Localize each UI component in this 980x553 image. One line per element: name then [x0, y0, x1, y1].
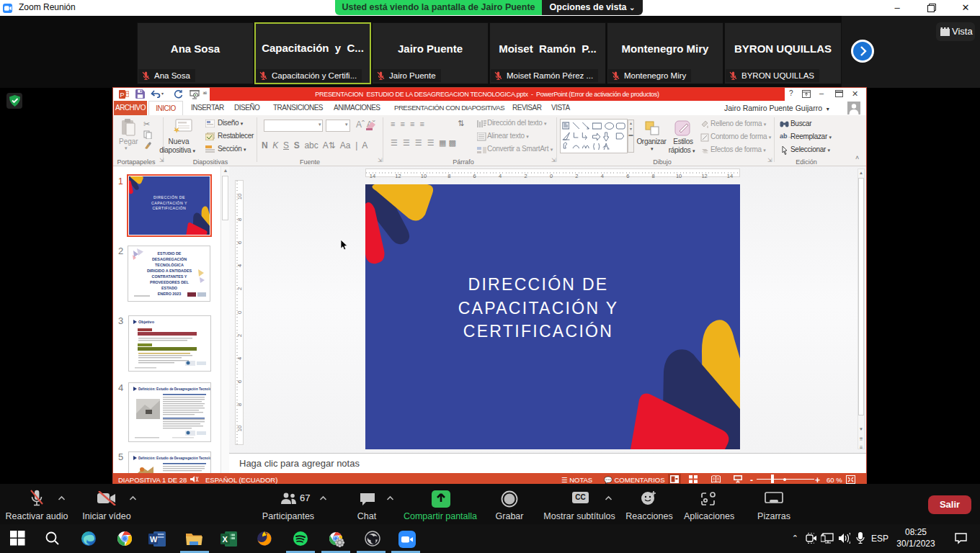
svg-text:CERTIFICACIÓN: CERTIFICACIÓN — [153, 206, 187, 210]
svg-text:12: 12 — [701, 173, 707, 179]
svg-text:DIRIGIDO A ENTIDADES: DIRIGIDO A ENTIDADES — [147, 269, 192, 273]
svg-text:2: 2 — [575, 173, 578, 179]
svg-text:CAPACITACIÓN Y: CAPACITACIÓN Y — [151, 201, 187, 205]
svg-text:14: 14 — [727, 173, 733, 179]
svg-text:10: 10 — [676, 173, 682, 179]
svg-text:ESTUDIO DE: ESTUDIO DE — [158, 251, 182, 256]
svg-text:ESTADO: ESTADO — [161, 286, 177, 290]
svg-text:6: 6 — [626, 173, 629, 179]
svg-text:CONTRATANTES Y: CONTRATANTES Y — [152, 274, 187, 279]
svg-text:12: 12 — [395, 173, 401, 179]
svg-text:DESAGREGACIÓN: DESAGREGACIÓN — [152, 256, 187, 261]
svg-text:W: W — [150, 535, 158, 544]
svg-text:PROVEEDORES DEL: PROVEEDORES DEL — [150, 280, 190, 284]
svg-text:0: 0 — [550, 173, 553, 179]
svg-text:6: 6 — [473, 173, 476, 179]
svg-text:8: 8 — [652, 173, 655, 179]
svg-text:2: 2 — [525, 173, 527, 179]
svg-text:14: 14 — [370, 173, 375, 179]
svg-text:X: X — [223, 535, 228, 544]
svg-text:TECNOLÓGICA: TECNOLÓGICA — [155, 262, 184, 267]
svg-text:8: 8 — [447, 173, 450, 179]
svg-text:Definición: Estudio de Desagr: Definición: Estudio de Desagregación Tec… — [138, 457, 210, 460]
svg-text:DIRECCIÓN DE: DIRECCIÓN DE — [153, 195, 185, 199]
svg-text:4: 4 — [499, 173, 502, 179]
svg-text:Definición: Estudio de Desagr: Definición: Estudio de Desagregación Tec… — [138, 387, 210, 391]
svg-text:10: 10 — [421, 173, 427, 179]
svg-text:ENERO 2023: ENERO 2023 — [158, 292, 182, 296]
svg-text:4: 4 — [601, 173, 604, 179]
svg-text:Objetivo: Objetivo — [138, 320, 155, 324]
